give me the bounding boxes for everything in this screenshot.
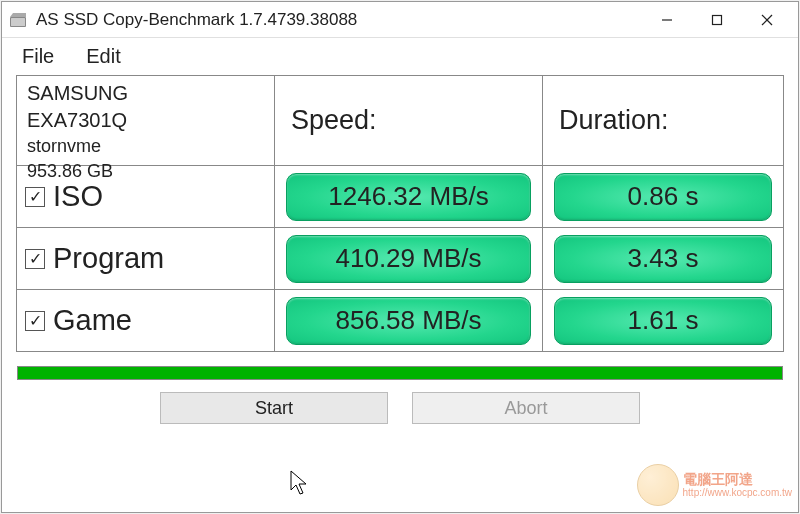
- test-cell-program: ✓ Program: [17, 228, 275, 289]
- iso-duration: 0.86 s: [554, 173, 772, 221]
- program-checkbox[interactable]: ✓: [25, 249, 45, 269]
- menu-edit[interactable]: Edit: [76, 43, 130, 70]
- menubar: File Edit: [2, 38, 798, 75]
- test-name: Program: [53, 242, 164, 275]
- duration-cell: 0.86 s: [543, 166, 783, 227]
- test-row-iso: ✓ ISO 1246.32 MB/s 0.86 s: [17, 166, 783, 228]
- iso-checkbox[interactable]: ✓: [25, 187, 45, 207]
- game-checkbox[interactable]: ✓: [25, 311, 45, 331]
- test-name: Game: [53, 304, 132, 337]
- device-model: EXA7301Q: [27, 109, 127, 132]
- test-row-program: ✓ Program 410.29 MB/s 3.43 s: [17, 228, 783, 290]
- duration-header: Duration:: [551, 105, 669, 136]
- duration-cell: 3.43 s: [543, 228, 783, 289]
- svg-rect-1: [11, 18, 25, 26]
- app-window: AS SSD Copy-Benchmark 1.7.4739.38088 Fil…: [1, 1, 799, 513]
- device-info: SAMSUNG EXA7301Q stornvme 953.86 GB: [17, 76, 275, 165]
- test-row-game: ✓ Game 856.58 MB/s 1.61 s: [17, 290, 783, 352]
- progress-bar: [17, 366, 783, 380]
- abort-button: Abort: [412, 392, 640, 424]
- test-cell-iso: ✓ ISO: [17, 166, 275, 227]
- minimize-button[interactable]: [642, 2, 692, 38]
- duration-cell: 1.61 s: [543, 290, 783, 351]
- start-button[interactable]: Start: [160, 392, 388, 424]
- test-label: ✓ Program: [25, 242, 164, 275]
- game-speed: 856.58 MB/s: [286, 297, 531, 345]
- speed-header-cell: Speed:: [275, 76, 543, 165]
- window-title: AS SSD Copy-Benchmark 1.7.4739.38088: [36, 10, 642, 30]
- speed-header: Speed:: [283, 105, 377, 136]
- results-table: SAMSUNG EXA7301Q stornvme 953.86 GB Spee…: [16, 75, 784, 352]
- speed-cell: 410.29 MB/s: [275, 228, 543, 289]
- maximize-button[interactable]: [692, 2, 742, 38]
- button-row: Start Abort: [2, 392, 798, 424]
- close-button[interactable]: [742, 2, 792, 38]
- device-vendor: SAMSUNG: [27, 82, 128, 105]
- program-speed: 410.29 MB/s: [286, 235, 531, 283]
- game-duration: 1.61 s: [554, 297, 772, 345]
- window-controls: [642, 2, 792, 37]
- svg-rect-3: [713, 15, 722, 24]
- duration-header-cell: Duration:: [543, 76, 783, 165]
- program-duration: 3.43 s: [554, 235, 772, 283]
- test-label: ✓ ISO: [25, 180, 103, 213]
- speed-cell: 856.58 MB/s: [275, 290, 543, 351]
- device-driver: stornvme: [27, 136, 101, 157]
- menu-file[interactable]: File: [12, 43, 64, 70]
- iso-speed: 1246.32 MB/s: [286, 173, 531, 221]
- speed-cell: 1246.32 MB/s: [275, 166, 543, 227]
- test-cell-game: ✓ Game: [17, 290, 275, 351]
- header-row: SAMSUNG EXA7301Q stornvme 953.86 GB Spee…: [17, 76, 783, 166]
- titlebar: AS SSD Copy-Benchmark 1.7.4739.38088: [2, 2, 798, 38]
- app-icon: [8, 10, 28, 30]
- test-name: ISO: [53, 180, 103, 213]
- test-label: ✓ Game: [25, 304, 132, 337]
